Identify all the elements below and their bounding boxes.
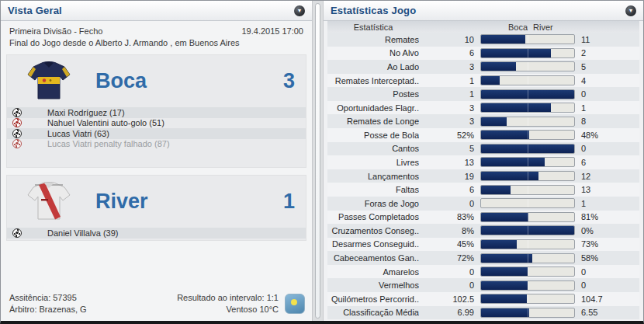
overview-panel-title: Vista Geral xyxy=(8,5,62,16)
stat-home-value: 0 xyxy=(419,267,480,277)
home-team-name[interactable]: Boca xyxy=(95,69,147,93)
stat-bar-track xyxy=(480,89,575,99)
stats-row: Desarmes Conseguid.. 45% 73% xyxy=(327,238,639,252)
stat-column-header: Estatística xyxy=(327,23,419,32)
stats-row: Posse de Bola 52% 48% xyxy=(327,128,639,142)
stat-bar-midline xyxy=(528,158,528,166)
stat-label: Ao Lado xyxy=(327,62,419,71)
stats-rows-list: Remates 10 11 No Alvo 6 2 Ao Lado 3 xyxy=(327,33,639,319)
venue-text: Final do Jogo desde o Alberto J. Armando… xyxy=(1,37,312,47)
stat-bar-fill xyxy=(481,49,551,57)
boca-jersey-icon xyxy=(27,61,71,100)
stat-away-value: 2 xyxy=(575,48,639,57)
stat-away-value: 1 xyxy=(575,199,639,208)
stat-bar-midline xyxy=(528,117,528,126)
stat-bar xyxy=(480,198,575,208)
goal-icon xyxy=(12,108,22,117)
stat-bar-track xyxy=(480,103,575,113)
scorer-row[interactable]: Lucas Viatri penalty falhado (87) xyxy=(7,139,306,150)
stat-bar-track xyxy=(480,48,575,58)
home-team-box: Boca 3 Maxi Rodríguez (17) Nahuel Valent… xyxy=(6,54,306,168)
stat-away-value: 6.55 xyxy=(575,308,639,317)
stats-row: Passes Completados 83% 81% xyxy=(327,211,639,225)
overview-panel-header: Vista Geral ▾ xyxy=(1,1,312,21)
away-team-score: 1 xyxy=(283,190,296,214)
stat-label: Classificação Média xyxy=(327,308,419,317)
away-team-head: River 1 xyxy=(7,176,306,223)
stat-bar-midline xyxy=(528,172,528,180)
stat-bar-fill xyxy=(481,254,532,263)
stat-bar-fill xyxy=(481,267,528,276)
chevron-down-icon: ▾ xyxy=(629,8,632,14)
stat-away-value: 5 xyxy=(575,62,639,71)
stats-panel-menu-button[interactable]: ▾ xyxy=(625,5,636,16)
stat-label: Cruzamentos Conseg.. xyxy=(327,226,419,235)
stats-row: Lançamentos 19 12 xyxy=(327,169,639,183)
away-team-name[interactable]: River xyxy=(95,190,148,214)
stat-bar-track xyxy=(480,253,575,263)
stat-bar-midline xyxy=(528,131,528,139)
away-events-list: Daniel Villalva (39) xyxy=(7,228,306,239)
stat-bar-track xyxy=(480,75,575,85)
stat-away-value: 0 xyxy=(575,144,639,153)
stat-bar-fill xyxy=(481,186,511,194)
stat-label: Remates de Longe xyxy=(327,117,419,126)
stat-label: Amarelos xyxy=(327,267,419,277)
stat-away-value: 81% xyxy=(575,212,639,221)
match-footer: Assitência: 57395 Árbitro: Brazenas, G R… xyxy=(9,292,305,315)
stat-bar-midline xyxy=(528,254,528,263)
stat-bar-midline xyxy=(528,199,528,207)
halftime-result-text: Resultado ao intervalo: 1:1 xyxy=(177,292,279,304)
stat-away-value: 0 xyxy=(575,267,639,277)
stat-bar-fill xyxy=(481,76,500,85)
stat-label: Postes xyxy=(327,89,419,99)
stat-bar-fill xyxy=(481,103,551,112)
goal-icon xyxy=(12,129,22,138)
stats-row: Faltas 6 13 xyxy=(327,183,639,197)
attendance-text: Assitência: 57395 xyxy=(9,292,87,304)
scorer-text: Nahuel Valentini auto-golo (51) xyxy=(47,118,164,127)
stat-bar-fill xyxy=(481,294,527,303)
stat-bar-midline xyxy=(528,294,528,303)
goal-icon xyxy=(12,228,22,238)
stat-bar xyxy=(480,280,575,291)
stat-bar-track xyxy=(480,61,575,71)
stats-row: Cantos 5 0 xyxy=(327,142,639,156)
stat-bar-midline xyxy=(528,76,528,85)
stat-home-value: 83% xyxy=(419,212,480,221)
away-team-box: River 1 Daniel Villalva (39) xyxy=(6,175,306,241)
stat-home-value: 19 xyxy=(419,172,480,181)
scorer-row[interactable]: Daniel Villalva (39) xyxy=(7,228,306,239)
scorer-row[interactable]: Nahuel Valentini auto-golo (51) xyxy=(7,118,306,129)
stat-label: No Alvo xyxy=(327,48,419,57)
scorer-text: Lucas Viatri (63) xyxy=(47,129,109,138)
referee-text: Árbitro: Brazenas, G xyxy=(9,304,87,315)
stats-table: Estatística Boca River Remates 10 11 No … xyxy=(324,21,643,321)
stats-row: Amarelos 0 0 xyxy=(327,265,639,279)
stat-bar-fill xyxy=(481,35,525,44)
stat-bar-fill xyxy=(481,213,528,221)
stats-panel: Estatísticas Jogo ▾ Estatística Boca Riv… xyxy=(323,1,643,321)
stat-bar-track xyxy=(480,294,575,304)
stat-home-value: 1 xyxy=(419,76,480,85)
stat-away-value: 104.7 xyxy=(575,294,639,304)
stat-bar-track xyxy=(480,117,575,127)
footer-right-text: Resultado ao intervalo: 1:1 Ventoso 10°C xyxy=(177,292,279,315)
stat-home-value: 72% xyxy=(419,253,480,263)
scorer-row[interactable]: Lucas Viatri (63) xyxy=(7,128,306,139)
stat-bar-midline xyxy=(528,90,528,99)
stat-home-value: 102.5 xyxy=(419,294,480,304)
stat-away-value: 8 xyxy=(575,117,639,126)
stat-bar-midline xyxy=(528,281,528,290)
stat-bar xyxy=(480,225,575,235)
overview-panel-menu-button[interactable]: ▾ xyxy=(294,5,305,16)
stat-label: Desarmes Conseguid.. xyxy=(327,239,419,249)
stat-label: Livres xyxy=(327,158,419,167)
stat-bar-track xyxy=(480,130,575,140)
scorer-row[interactable]: Maxi Rodríguez (17) xyxy=(7,107,306,118)
panel-splitter[interactable] xyxy=(315,3,320,319)
stat-bar-fill xyxy=(481,131,529,139)
stat-bar xyxy=(480,308,575,318)
stat-bar-track xyxy=(480,157,575,167)
stats-row: Quilómetros Percorrid.. 102.5 104.7 xyxy=(327,292,639,306)
